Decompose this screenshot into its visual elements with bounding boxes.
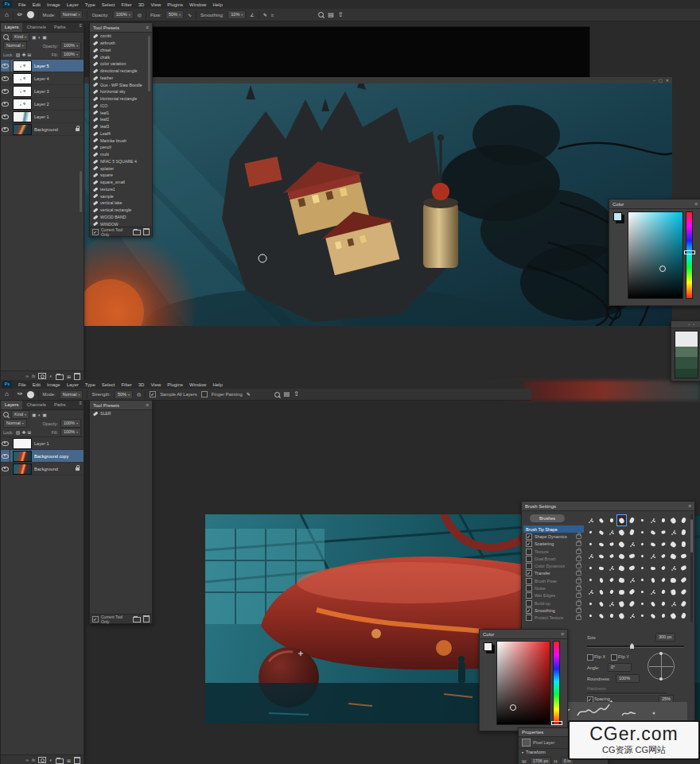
- brush-tip-3[interactable]: [616, 514, 627, 526]
- tool-preset-sample[interactable]: sample: [90, 192, 152, 200]
- brush-tip-51[interactable]: [596, 574, 606, 586]
- brush-tip-88[interactable]: [668, 610, 679, 622]
- fx-icon[interactable]: fx: [32, 758, 35, 762]
- brush-tip-52[interactable]: [606, 574, 616, 586]
- brush-tip-54[interactable]: [627, 574, 637, 586]
- size-slider-handle[interactable]: [630, 643, 634, 649]
- brush-tip-74[interactable]: [627, 598, 637, 610]
- visibility-toggle[interactable]: [1, 98, 10, 110]
- search-icon[interactable]: [318, 12, 324, 17]
- tab-layers[interactable]: Layers: [1, 401, 22, 409]
- menu-item-plugins[interactable]: Plugins: [164, 382, 186, 387]
- layer-row-background[interactable]: Background: [1, 463, 84, 475]
- adjustment-icon[interactable]: ◐: [49, 758, 52, 762]
- brush-tip-66[interactable]: [648, 586, 658, 598]
- fill-field[interactable]: 100%: [60, 50, 81, 59]
- visibility-toggle[interactable]: [1, 72, 10, 84]
- close-icon[interactable]: ✕: [666, 78, 669, 83]
- brush-tip-53[interactable]: [616, 574, 627, 586]
- section-checkbox[interactable]: [526, 615, 532, 621]
- brush-tip-24[interactable]: [627, 538, 637, 550]
- share-icon[interactable]: ⇧: [338, 11, 344, 19]
- opacity-field[interactable]: 100%: [113, 10, 134, 19]
- brush-tip-84[interactable]: [627, 610, 637, 622]
- kind-select[interactable]: Kind: [11, 410, 29, 419]
- link-icon[interactable]: ∞: [25, 374, 29, 378]
- brushes-button[interactable]: Brushes: [530, 514, 565, 522]
- workspace-icon[interactable]: ▤: [284, 390, 290, 398]
- lock-icons[interactable]: ▨✚⊞: [16, 429, 33, 435]
- brush-tip-79[interactable]: [679, 598, 689, 610]
- brush-tip-75[interactable]: [637, 598, 648, 610]
- brush-tip-38[interactable]: [668, 550, 679, 562]
- menu-item-image[interactable]: Image: [44, 2, 64, 7]
- new-layer-icon[interactable]: ⊞: [67, 758, 71, 763]
- tab-channels[interactable]: Channels: [22, 23, 50, 32]
- brush-tip-47[interactable]: [658, 562, 668, 574]
- brush-tip-33[interactable]: [616, 550, 627, 562]
- panel-menu-icon[interactable]: ≡: [146, 402, 149, 408]
- tool-preset-pencil[interactable]: pencil: [90, 144, 152, 151]
- link-icon[interactable]: ∞: [25, 758, 29, 762]
- brush-section-shape-dynamics[interactable]: Shape Dynamics: [523, 533, 584, 540]
- tool-preset-leaf1[interactable]: leaf1: [90, 109, 152, 116]
- close-icon[interactable]: ▫: [693, 322, 694, 327]
- brush-tip-80[interactable]: [585, 610, 596, 622]
- brush-tip-73[interactable]: [616, 598, 627, 610]
- brush-tip-85[interactable]: [637, 610, 648, 622]
- minimize-icon[interactable]: –: [653, 78, 655, 83]
- canvas-castle-artwork[interactable]: [83, 83, 672, 326]
- finger-painting-checkbox[interactable]: [201, 391, 208, 398]
- tool-preset-chisel[interactable]: chisel: [90, 47, 152, 54]
- brush-section-build-up[interactable]: Build-up: [523, 599, 584, 607]
- airbrush-icon[interactable]: ∿: [188, 11, 192, 19]
- opacity-field[interactable]: 100%: [60, 419, 81, 428]
- brush-tip-23[interactable]: [616, 538, 627, 550]
- panel-menu-icon[interactable]: ≡: [79, 401, 84, 409]
- brush-tip-26[interactable]: [648, 538, 658, 550]
- brush-tip-13[interactable]: [616, 526, 627, 538]
- menu-item-type[interactable]: Type: [82, 382, 99, 387]
- brush-tip-45[interactable]: [637, 562, 648, 574]
- tab-paths[interactable]: Paths: [50, 401, 70, 409]
- tool-preset-color-variation[interactable]: color variation: [90, 60, 152, 68]
- brush-section-smoothing[interactable]: Smoothing: [523, 607, 584, 614]
- brush-tip-37[interactable]: [658, 550, 668, 562]
- tool-preset-vertical-rectangle[interactable]: vertical rectangle: [90, 207, 152, 214]
- pressure-opacity-icon[interactable]: ◎: [138, 11, 142, 19]
- brush-tip-10[interactable]: [585, 526, 596, 538]
- symmetry-icon[interactable]: ⌗: [271, 11, 274, 19]
- menu-item-filter[interactable]: Filter: [118, 2, 134, 7]
- new-preset-icon[interactable]: [133, 617, 141, 622]
- brush-tip-35[interactable]: [637, 550, 648, 562]
- menu-item-layer[interactable]: Layer: [64, 2, 82, 7]
- tool-preset-marinke-brush[interactable]: Marinke brush: [90, 137, 152, 144]
- smoothing-field[interactable]: 10%: [228, 10, 246, 19]
- brush-tip-64[interactable]: [627, 586, 637, 598]
- brush-tip-69[interactable]: [679, 586, 689, 598]
- brush-tip-9[interactable]: [679, 514, 689, 526]
- menu-item-3d[interactable]: 3D: [135, 2, 148, 7]
- brush-tip-14[interactable]: [627, 526, 637, 538]
- kind-select[interactable]: Kind: [11, 33, 29, 41]
- delete-preset-icon[interactable]: [143, 228, 150, 235]
- brush-tip-78[interactable]: [668, 598, 679, 610]
- section-checkbox[interactable]: [526, 585, 532, 591]
- brush-tip-20[interactable]: [585, 538, 596, 550]
- current-tool-only-checkbox[interactable]: [92, 616, 99, 622]
- layer-row-background-copy[interactable]: Background copy: [1, 450, 84, 463]
- brush-section-brush-tip-shape[interactable]: Brush Tip Shape: [523, 525, 584, 533]
- brush-tip-67[interactable]: [658, 586, 668, 598]
- brush-tip-17[interactable]: [658, 526, 668, 538]
- brush-tip-31[interactable]: [596, 550, 606, 562]
- brush-tip-49[interactable]: [679, 562, 689, 574]
- brush-tip-11[interactable]: [596, 526, 606, 538]
- layers-scrollbar[interactable]: [80, 171, 82, 212]
- brush-tip-41[interactable]: [596, 562, 606, 574]
- brush-section-transfer[interactable]: Transfer: [523, 570, 584, 577]
- brush-tip-7[interactable]: [658, 514, 668, 526]
- mask-icon[interactable]: [38, 373, 46, 379]
- visibility-toggle[interactable]: [1, 60, 10, 72]
- roundness-field[interactable]: 100%: [616, 674, 640, 683]
- tab-paths[interactable]: Paths: [50, 23, 70, 32]
